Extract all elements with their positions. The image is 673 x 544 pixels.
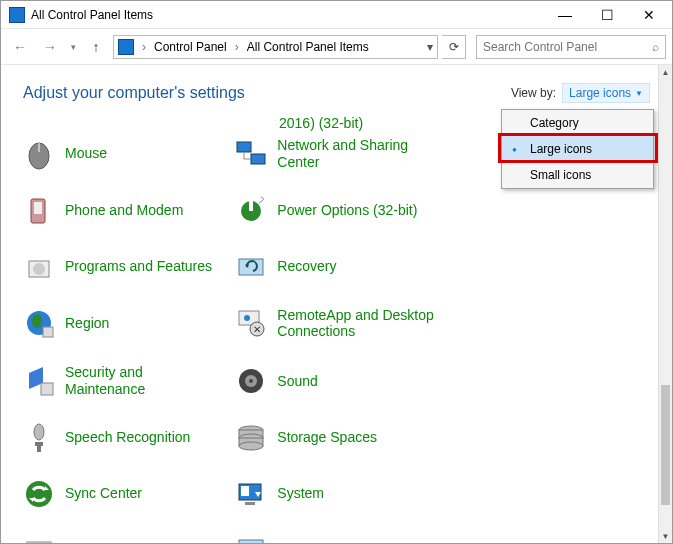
svg-point-13 bbox=[32, 314, 42, 328]
control-panel-item[interactable]: System bbox=[235, 478, 437, 510]
system-icon bbox=[235, 478, 267, 510]
svg-rect-7 bbox=[249, 201, 253, 211]
maximize-button[interactable]: ☐ bbox=[586, 1, 628, 28]
svg-rect-5 bbox=[34, 202, 42, 214]
control-panel-item[interactable]: Storage Spaces bbox=[235, 422, 437, 454]
mouse-icon bbox=[23, 138, 55, 170]
empty-cell bbox=[448, 478, 650, 510]
control-panel-item[interactable]: Taskbar and Navigation bbox=[23, 534, 225, 544]
close-button[interactable]: ✕ bbox=[628, 1, 670, 28]
control-panel-item[interactable]: Programs and Features bbox=[23, 251, 225, 283]
remote-icon: ✕ bbox=[235, 307, 267, 339]
content-header: Adjust your computer's settings View by:… bbox=[23, 83, 650, 103]
scroll-down-button[interactable]: ▼ bbox=[659, 529, 672, 543]
control-panel-item[interactable]: Security and Maintenance bbox=[23, 364, 225, 398]
svg-rect-41 bbox=[239, 540, 263, 544]
up-button[interactable]: ↑ bbox=[83, 34, 109, 60]
empty-cell bbox=[448, 364, 650, 398]
recent-dropdown[interactable]: ▾ bbox=[67, 34, 79, 60]
control-panel-item[interactable]: Phone and Modem bbox=[23, 195, 225, 227]
svg-rect-24 bbox=[35, 442, 43, 446]
folder-icon bbox=[118, 39, 134, 55]
item-label: Phone and Modem bbox=[65, 202, 183, 219]
search-input[interactable] bbox=[483, 40, 652, 54]
svg-rect-14 bbox=[43, 327, 53, 337]
view-by-value: Large icons bbox=[569, 86, 631, 100]
item-label: Security and Maintenance bbox=[65, 364, 225, 398]
item-label: Programs and Features bbox=[65, 258, 212, 275]
empty-cell bbox=[448, 422, 650, 454]
forward-button[interactable]: → bbox=[37, 34, 63, 60]
view-by-control: View by: Large icons ▼ bbox=[511, 83, 650, 103]
control-panel-item[interactable]: ✕RemoteApp and Desktop Connections bbox=[235, 307, 437, 341]
address-dropdown-icon[interactable]: ▾ bbox=[427, 40, 433, 54]
control-panel-item[interactable]: Mouse bbox=[23, 137, 225, 171]
svg-point-22 bbox=[249, 379, 253, 383]
svg-point-23 bbox=[34, 424, 44, 440]
item-label: Region bbox=[65, 315, 109, 332]
power-icon bbox=[235, 195, 267, 227]
item-label: Storage Spaces bbox=[277, 429, 377, 446]
storage-icon bbox=[235, 422, 267, 454]
network-icon bbox=[235, 138, 267, 170]
item-label: Network and Sharing Center bbox=[277, 137, 437, 171]
refresh-button[interactable]: ⟳ bbox=[442, 35, 466, 59]
control-panel-item[interactable]: Power Options (32-bit) bbox=[235, 195, 437, 227]
search-icon: ⌕ bbox=[652, 40, 659, 54]
item-label: RemoteApp and Desktop Connections bbox=[277, 307, 437, 341]
svg-text:✕: ✕ bbox=[253, 324, 261, 335]
svg-rect-19 bbox=[41, 383, 53, 395]
scroll-thumb[interactable] bbox=[661, 385, 670, 505]
item-label: Power Options (32-bit) bbox=[277, 202, 417, 219]
control-panel-item[interactable]: Region bbox=[23, 307, 225, 341]
chevron-right-icon: › bbox=[142, 40, 146, 54]
view-by-label: View by: bbox=[511, 86, 556, 100]
svg-point-31 bbox=[26, 481, 52, 507]
region-icon bbox=[23, 307, 55, 339]
view-by-dropdown[interactable]: Large icons ▼ bbox=[562, 83, 650, 103]
svg-point-9 bbox=[33, 263, 45, 275]
control-panel-item[interactable]: Recovery bbox=[235, 251, 437, 283]
control-panel-item[interactable]: Network and Sharing Center bbox=[235, 137, 437, 171]
view-by-option[interactable]: Category bbox=[502, 110, 653, 136]
control-panel-item[interactable]: Sync Center bbox=[23, 478, 225, 510]
chevron-right-icon: › bbox=[235, 40, 239, 54]
scroll-up-button[interactable]: ▲ bbox=[659, 65, 672, 79]
security-icon bbox=[23, 365, 55, 397]
window-controls: — ☐ ✕ bbox=[544, 1, 670, 28]
taskbar-icon bbox=[23, 534, 55, 544]
item-label: System bbox=[277, 485, 324, 502]
content-area: Adjust your computer's settings View by:… bbox=[1, 65, 672, 543]
back-button[interactable]: ← bbox=[7, 34, 33, 60]
item-label: Sync Center bbox=[65, 485, 142, 502]
breadcrumb-control-panel[interactable]: Control Panel bbox=[154, 40, 227, 54]
view-by-option[interactable]: Small icons bbox=[502, 162, 653, 188]
chevron-down-icon: ▼ bbox=[635, 89, 643, 98]
breadcrumb-all-items[interactable]: All Control Panel Items bbox=[247, 40, 369, 54]
svg-point-16 bbox=[244, 315, 250, 321]
svg-rect-2 bbox=[237, 142, 251, 152]
recovery-icon bbox=[235, 251, 267, 283]
minimize-button[interactable]: — bbox=[544, 1, 586, 28]
trouble-icon bbox=[235, 534, 267, 544]
item-label: Speech Recognition bbox=[65, 429, 190, 446]
window-title: All Control Panel Items bbox=[31, 8, 544, 22]
control-panel-item[interactable]: Troubleshooting bbox=[235, 534, 437, 544]
control-panel-item[interactable]: Speech Recognition bbox=[23, 422, 225, 454]
vertical-scrollbar[interactable]: ▲ ▼ bbox=[658, 65, 672, 543]
item-label: Mouse bbox=[65, 145, 107, 162]
control-panel-item[interactable]: Sound bbox=[235, 364, 437, 398]
speech-icon bbox=[23, 422, 55, 454]
item-label: Recovery bbox=[277, 258, 336, 275]
view-by-option[interactable]: Large icons bbox=[502, 136, 653, 162]
phone-icon bbox=[23, 195, 55, 227]
control-panel-icon bbox=[9, 7, 25, 23]
svg-rect-37 bbox=[245, 502, 255, 505]
search-box[interactable]: ⌕ bbox=[476, 35, 666, 59]
view-by-menu: CategoryLarge iconsSmall icons bbox=[501, 109, 654, 189]
svg-rect-35 bbox=[241, 486, 249, 496]
page-heading: Adjust your computer's settings bbox=[23, 84, 245, 102]
svg-point-30 bbox=[239, 442, 263, 450]
address-bar[interactable]: › Control Panel › All Control Panel Item… bbox=[113, 35, 438, 59]
empty-cell bbox=[448, 534, 650, 544]
